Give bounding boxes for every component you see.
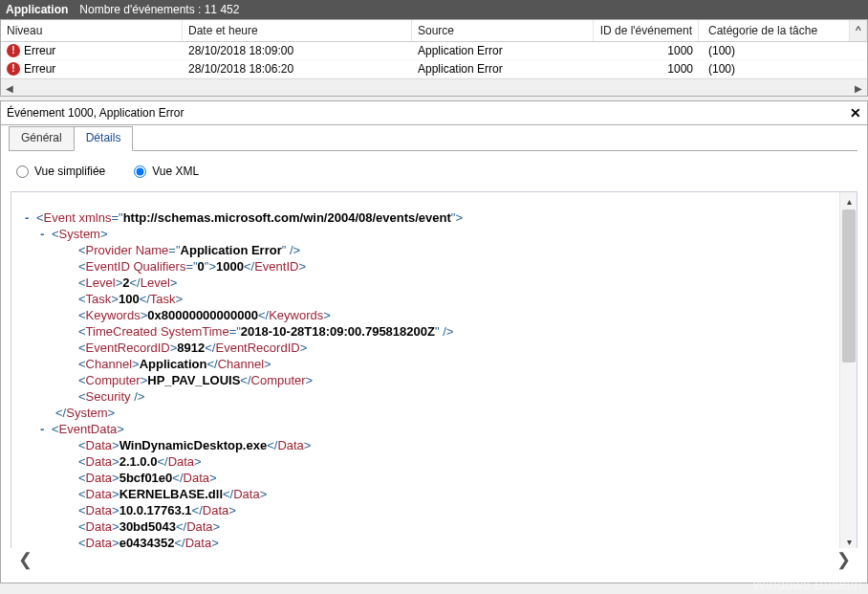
col-header-cat[interactable]: Catégorie de la tâche — [699, 20, 850, 41]
tab-general[interactable]: Général — [9, 126, 75, 151]
error-icon: ! — [7, 44, 20, 57]
big-chevron-left-icon[interactable]: ❮ — [11, 549, 39, 570]
grid-header: Niveau Date et heure Source ID de l'évén… — [1, 20, 867, 42]
xml-hscrollbar[interactable]: ❮ ❯ — [11, 548, 857, 571]
detail-pane: Général Détails Vue simplifiée Vue XML -… — [0, 124, 868, 583]
radio-simple-view[interactable]: Vue simplifiée — [16, 165, 105, 178]
detail-pane-header: Événement 1000, Application Error ✕ — [0, 100, 868, 124]
cell-cat: (100) — [699, 60, 867, 77]
cell-source: Application Error — [412, 42, 594, 59]
cell-cat: (100) — [699, 42, 867, 59]
grid-scroll-up-icon[interactable]: ^ — [850, 20, 867, 41]
xml-content[interactable]: -<Event xmlns="http://schemas.microsoft.… — [11, 192, 857, 550]
error-icon: ! — [7, 62, 20, 76]
col-header-level[interactable]: Niveau — [1, 20, 183, 41]
col-header-eventid[interactable]: ID de l'événement — [594, 20, 699, 41]
title-bar: Application Nombre d'événements : 11 452 — [0, 0, 868, 19]
cell-id: 1000 — [594, 42, 699, 59]
grid-hscrollbar[interactable]: ◀ ▶ — [1, 78, 867, 96]
radio-xml-view[interactable]: Vue XML — [134, 165, 199, 178]
big-chevron-right-icon[interactable]: ❯ — [829, 549, 857, 570]
chevron-right-icon[interactable]: ▶ — [850, 79, 867, 97]
tabs: Général Détails — [9, 125, 857, 150]
tab-details[interactable]: Détails — [74, 126, 134, 151]
app-name: Application — [6, 3, 68, 16]
xml-vscrollbar[interactable]: ▴ ▾ — [839, 192, 857, 550]
chevron-left-icon[interactable]: ◀ — [1, 79, 18, 97]
close-icon[interactable]: ✕ — [850, 105, 861, 121]
xml-viewer: -<Event xmlns="http://schemas.microsoft.… — [11, 191, 857, 551]
cell-source: Application Error — [412, 60, 594, 77]
event-count: Nombre d'événements : 11 452 — [79, 3, 239, 16]
view-mode-radios: Vue simplifiée Vue XML — [16, 165, 857, 178]
detail-pane-title: Événement 1000, Application Error — [7, 106, 184, 120]
cell-level: Erreur — [24, 62, 55, 76]
col-header-date[interactable]: Date et heure — [183, 20, 412, 41]
radio-simple-label: Vue simplifiée — [34, 165, 105, 178]
vscroll-thumb[interactable] — [842, 209, 856, 363]
cell-id: 1000 — [594, 60, 699, 77]
table-row[interactable]: !Erreur28/10/2018 18:09:00Application Er… — [1, 42, 867, 60]
event-grid: Niveau Date et heure Source ID de l'évén… — [0, 19, 868, 97]
radio-xml-label: Vue XML — [152, 165, 199, 178]
col-header-source[interactable]: Source — [412, 20, 594, 41]
cell-date: 28/10/2018 18:09:00 — [183, 42, 412, 59]
cell-date: 28/10/2018 18:06:20 — [183, 60, 412, 77]
radio-simple-input[interactable] — [16, 165, 29, 178]
cell-level: Erreur — [24, 44, 55, 57]
table-row[interactable]: !Erreur28/10/2018 18:06:20Application Er… — [1, 60, 867, 78]
radio-xml-input[interactable] — [134, 165, 146, 178]
chevron-up-icon[interactable]: ▴ — [840, 192, 857, 209]
